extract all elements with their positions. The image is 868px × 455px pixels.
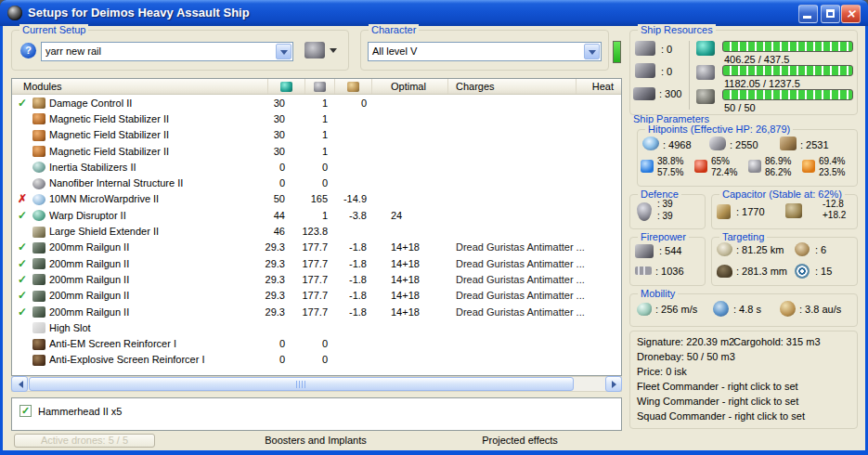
thermal-resist-icon [694,160,707,173]
status-check-icon: ✓ [12,289,32,302]
active-drones-button[interactable]: Active drones: 5 / 5 [14,434,155,448]
module-charges: Dread Guristas Antimatter ... [447,290,612,301]
status-cross-icon: ✗ [12,192,32,205]
col-charges[interactable]: Charges [448,79,577,94]
module-row[interactable]: Anti-Explosive Screen Reinforcer I00 [12,352,621,368]
module-powergrid: 177.7 [285,241,328,253]
module-cap-use: -3.8 [328,210,367,221]
defence-value-2: : 39 [657,211,673,221]
module-cap-use: -1.8 [328,274,367,285]
module-row[interactable]: ✓200mm Railgun II29.3177.7-1.814+18Dread… [12,304,621,319]
squad-commander-line[interactable]: Squad Commander - right click to set [637,410,805,422]
help-icon[interactable]: ? [20,43,36,58]
module-cap-use: -1.8 [328,258,367,269]
price-value: Price: 0 isk [637,366,687,377]
cpu-usage-value: 406.25 / 437.5 [724,54,789,65]
explosive-resist-icon [802,160,815,173]
character-select-arrow[interactable] [584,44,600,59]
module-row[interactable]: ✓200mm Railgun II29.3177.7-1.814+18Dread… [12,255,621,271]
modules-rows: ✓Damage Control II3010Magnetic Field Sta… [12,95,621,368]
ship-browser-icon[interactable] [304,42,325,58]
module-row[interactable]: ✓200mm Railgun II29.3177.7-1.814+18Dread… [12,288,621,304]
capacitor-drain: -12.8 [823,199,844,209]
module-row[interactable]: Nanofiber Internal Structure II00 [12,175,621,190]
setup-select-value: yarr new rail [45,46,101,57]
ship-browser-caret-icon[interactable] [330,48,337,57]
character-select[interactable]: All level V [368,42,602,61]
module-name: 200mm Railgun II [49,258,246,269]
drone-checkbox[interactable]: ✓ [19,405,32,417]
module-powergrid: 1 [285,129,328,140]
module-optimal: 14+18 [367,258,447,269]
scroll-left-button[interactable] [11,376,28,392]
col-capacitor[interactable] [335,79,372,94]
projected-effects-section[interactable]: Projected effects [427,435,613,446]
module-cpu: 29.3 [246,306,285,318]
module-optimal: 14+18 [367,274,447,285]
boosters-implants-section[interactable]: Boosters and Implants [223,435,408,446]
close-button[interactable]: × [841,5,861,23]
module-row[interactable]: Magnetic Field Stabilizer II301 [12,143,621,159]
module-powergrid: 177.7 [285,274,328,285]
em-resist-armor: 57.5% [657,167,683,177]
status-check-icon: ✓ [12,240,32,254]
module-name: Magnetic Field Stabilizer II [49,113,246,124]
col-optimal[interactable]: Optimal [372,79,448,94]
turret-slots-value: : 0 [661,44,672,55]
module-row[interactable]: ✓200mm Railgun II29.3177.7-1.814+18Dread… [12,240,621,255]
explosive-resist-armor: 23.5% [819,167,845,177]
module-row[interactable]: Inertia Stabilizers II00 [12,159,621,175]
cargohold-value: Cargohold: 315 m3 [733,336,821,347]
fleet-commander-line[interactable]: Fleet Commander - right click to set [637,381,798,392]
wing-commander-line[interactable]: Wing Commander - right click to set [637,396,798,407]
module-name: Magnetic Field Stabilizer II [49,129,246,140]
module-name: Anti-EM Screen Reinforcer I [49,338,246,349]
module-name: 200mm Railgun II [49,306,246,318]
module-powergrid: 1 [285,146,328,157]
setup-select-arrow[interactable] [276,44,291,59]
setup-select[interactable]: yarr new rail [41,42,293,61]
drone-label[interactable]: Hammerhead II x5 [38,406,122,417]
mobility-label: Mobility [638,288,678,299]
col-powergrid[interactable] [305,79,335,94]
module-name: Anti-Explosive Screen Reinforcer I [49,354,246,365]
hitpoints-label: Hitpoints (Effective HP: 26,879) [645,124,793,135]
drones-list[interactable]: ✓ Hammerhead II x5 [11,397,622,431]
module-row[interactable]: ✓Warp Disruptor II441-3.824 [12,207,621,223]
range-icon [717,242,732,256]
chevron-right-icon [612,381,620,388]
module-row[interactable]: Magnetic Field Stabilizer II301 [12,127,621,143]
turret-icon [635,41,655,56]
module-row[interactable]: High Slot [12,319,621,335]
module-cpu: 46 [246,226,285,237]
module-row[interactable]: ✓Damage Control II3010 [12,95,621,110]
title-bar[interactable]: Setups for Deimos Heavy Assault Ship × [0,0,868,26]
col-heat[interactable]: Heat [577,79,621,94]
scrollbar-thumb[interactable] [29,377,574,391]
col-modules[interactable]: Modules [12,79,268,94]
module-cap-use: -1.8 [328,306,367,318]
maximize-button[interactable] [821,5,840,23]
minimize-button[interactable] [798,5,818,23]
sensor-strength-icon [795,264,810,279]
module-name: Magnetic Field Stabilizer II [49,146,246,157]
status-check-icon: ✓ [12,257,32,270]
module-optimal: 24 [367,210,447,221]
module-powergrid: 177.7 [285,258,328,269]
damage-control-icon [32,98,45,109]
em-resist-icon [641,160,654,173]
module-row[interactable]: ✓200mm Railgun II29.3177.7-1.814+18Dread… [12,271,621,287]
module-cpu: 0 [246,338,285,349]
nanofiber-structure-icon [32,178,45,189]
railgun-icon [32,258,45,269]
scroll-right-button[interactable] [605,376,622,392]
col-cpu[interactable] [268,79,305,94]
dronebay-icon [696,89,715,104]
module-row[interactable]: Magnetic Field Stabilizer II301 [12,110,621,126]
module-cpu: 29.3 [246,290,285,301]
module-row[interactable]: ✗10MN MicroWarpdrive II50165-14.9 [12,191,621,207]
module-row[interactable]: Large Shield Extender II46123.8 [12,223,621,239]
high-slot-icon [32,322,45,333]
module-row[interactable]: Anti-EM Screen Reinforcer I00 [12,335,621,351]
speed-icon [637,303,652,316]
